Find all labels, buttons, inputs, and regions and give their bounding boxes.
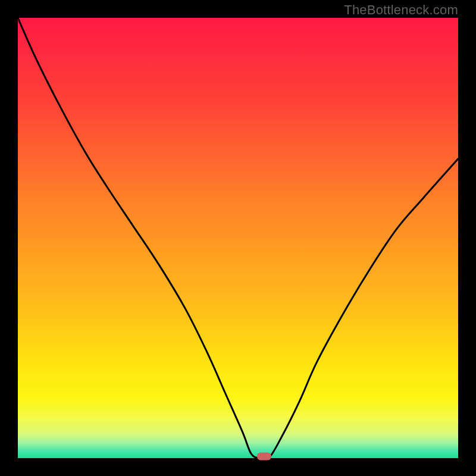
plot-area [18,18,458,458]
watermark-text: TheBottleneck.com [344,2,458,18]
optimum-marker [257,453,271,461]
chart-root: TheBottleneck.com [0,0,476,476]
bottleneck-curve [18,18,458,458]
